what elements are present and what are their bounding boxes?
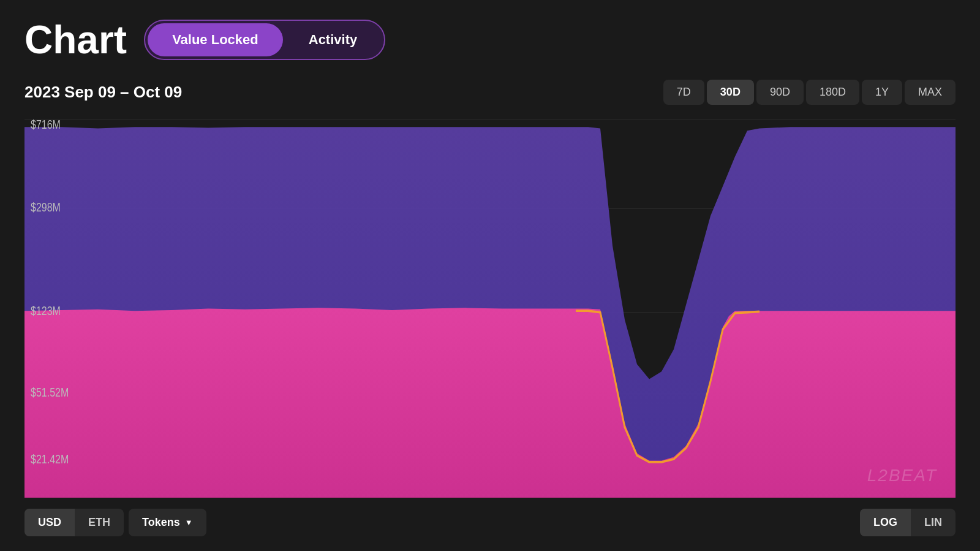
chart-svg: $716M $298M $123M $51.52M $21.42M (24, 112, 956, 498)
header-row: Chart Value Locked Activity (24, 20, 956, 60)
range-180d[interactable]: 180D (806, 80, 859, 105)
range-30d[interactable]: 30D (707, 80, 754, 105)
scale-lin[interactable]: LIN (911, 509, 956, 536)
tokens-dropdown-button[interactable]: Tokens ▼ (129, 509, 206, 536)
range-max[interactable]: MAX (905, 80, 956, 105)
svg-text:$123M: $123M (31, 305, 61, 318)
bottom-right-controls: LOG LIN (860, 509, 956, 536)
currency-eth[interactable]: ETH (75, 509, 124, 536)
controls-row: 2023 Sep 09 – Oct 09 7D 30D 90D 180D 1Y … (24, 80, 956, 105)
bottom-controls: USD ETH Tokens ▼ LOG LIN (24, 509, 956, 536)
scale-log[interactable]: LOG (860, 509, 911, 536)
range-button-group: 7D 30D 90D 180D 1Y MAX (663, 80, 956, 105)
chart-wrapper: $716M $298M $123M $51.52M $21.42M L2BEAT (24, 112, 956, 498)
bottom-left-controls: USD ETH Tokens ▼ (24, 509, 206, 536)
tab-activity[interactable]: Activity (284, 23, 382, 56)
currency-button-group: USD ETH (24, 509, 124, 536)
range-1y[interactable]: 1Y (862, 80, 902, 105)
page-title: Chart (24, 20, 127, 59)
chevron-down-icon: ▼ (185, 518, 193, 527)
range-90d[interactable]: 90D (756, 80, 804, 105)
scale-button-group: LOG LIN (860, 509, 956, 536)
tokens-label: Tokens (142, 516, 180, 529)
range-7d[interactable]: 7D (663, 80, 704, 105)
svg-text:$51.52M: $51.52M (31, 386, 69, 400)
chart-area: $716M $298M $123M $51.52M $21.42M L2BEAT (24, 112, 956, 498)
date-range-label: 2023 Sep 09 – Oct 09 (24, 83, 182, 102)
watermark: L2BEAT (867, 466, 937, 485)
svg-text:$21.42M: $21.42M (31, 453, 69, 466)
svg-text:$716M: $716M (31, 118, 61, 131)
chart-type-tabs: Value Locked Activity (144, 20, 385, 60)
tab-value-locked[interactable]: Value Locked (148, 23, 283, 56)
currency-usd[interactable]: USD (24, 509, 75, 536)
svg-text:$298M: $298M (31, 201, 61, 215)
